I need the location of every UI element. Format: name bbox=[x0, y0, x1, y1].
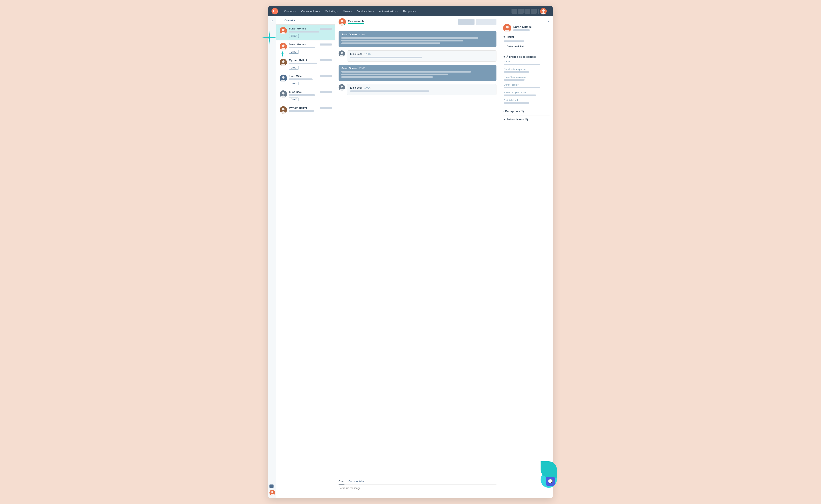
about-section-header[interactable]: ∨ À propos de ce contact bbox=[503, 55, 550, 58]
tab-chat[interactable]: Chat bbox=[339, 480, 344, 485]
chevron-down-icon: ∨ bbox=[503, 118, 505, 121]
conv-item[interactable]: Élise Beck CHAT bbox=[276, 88, 335, 104]
nav-item-conversations[interactable]: Conversations ▾ bbox=[299, 9, 322, 14]
message-group: Sarah Gomez 17h26 bbox=[339, 65, 496, 81]
msg-sender: Élise Beck bbox=[350, 53, 362, 55]
conv-name: Juan Miller bbox=[289, 75, 303, 78]
nav-dropdown-arrow[interactable]: ▾ bbox=[548, 10, 550, 13]
svg-point-12 bbox=[282, 45, 285, 47]
chat-action-btn-2[interactable] bbox=[476, 19, 496, 25]
nav-item-vente[interactable]: Vente ▾ bbox=[341, 9, 354, 14]
floating-chat-button[interactable]: 💬 bbox=[546, 477, 555, 486]
other-tickets-section-header[interactable]: ∨ Autres tickets (0) bbox=[503, 118, 550, 121]
chat-main: Responsable Sar bbox=[335, 16, 500, 498]
tab-comment[interactable]: Commentaire bbox=[349, 480, 364, 484]
chat-header-actions bbox=[458, 19, 496, 25]
nav-icon-btn-1[interactable] bbox=[511, 9, 517, 14]
conv-time bbox=[320, 28, 332, 30]
conv-time bbox=[320, 43, 332, 46]
deco-star-large bbox=[262, 30, 276, 45]
conv-item[interactable]: Myriam Halimi bbox=[276, 104, 335, 116]
chevron-down-icon: ▾ bbox=[295, 10, 296, 12]
conv-name: Myriam Halimi bbox=[289, 59, 307, 62]
msg-sender: Élise Beck bbox=[350, 86, 362, 89]
chevron-down-icon: ∨ bbox=[503, 55, 505, 58]
outer-wrapper: 💬 HS Contacts ▾ Conversations ▾ bbox=[268, 6, 553, 498]
svg-point-24 bbox=[282, 108, 285, 110]
msg-time: 17h26 bbox=[364, 87, 371, 89]
message-bubble: Sarah Gomez 17h24 bbox=[339, 31, 496, 47]
create-ticket-button[interactable]: Créer un ticket bbox=[504, 44, 526, 49]
section-label: Ticket bbox=[506, 35, 514, 38]
ticket-section-header[interactable]: ∨ Ticket bbox=[503, 35, 550, 38]
chat-action-btn-1[interactable] bbox=[458, 19, 475, 25]
avatar bbox=[280, 43, 287, 50]
user-avatar[interactable] bbox=[540, 8, 547, 14]
conv-name-row: Sarah Gomez bbox=[289, 43, 332, 46]
conv-name-row: Myriam Halimi bbox=[289, 59, 332, 62]
nav-item-automation[interactable]: Automatisation ▾ bbox=[377, 9, 400, 14]
other-tickets-section: ∨ Autres tickets (0) bbox=[503, 118, 550, 121]
conv-time bbox=[320, 107, 332, 109]
deco-star-small bbox=[279, 51, 286, 58]
conv-name-row: Élise Beck bbox=[289, 90, 332, 93]
nav-item-service[interactable]: Service client ▾ bbox=[355, 9, 376, 14]
message-group: Élise Beck 17h26 bbox=[339, 84, 496, 95]
chat-bubble-icon: 💬 bbox=[548, 479, 553, 484]
section-label: Autres tickets (0) bbox=[506, 118, 528, 121]
msg-header: Sarah Gomez 17h24 bbox=[341, 33, 494, 36]
nav-item-reports[interactable]: Rapports ▾ bbox=[401, 9, 418, 14]
conv-name: Sarah Gomez bbox=[289, 43, 306, 46]
msg-content-line bbox=[350, 57, 422, 58]
nav-item-marketing[interactable]: Marketing ▾ bbox=[323, 9, 340, 14]
message-bubble-wrap: Élise Beck 17h26 bbox=[347, 84, 496, 95]
conv-preview-line bbox=[289, 47, 315, 48]
msg-time: 17h26 bbox=[359, 67, 365, 70]
svg-point-33 bbox=[341, 86, 343, 88]
msg-content-line bbox=[341, 74, 448, 75]
conv-item[interactable]: Sarah Gomez CHAT bbox=[276, 25, 335, 40]
msg-header: Élise Beck 17h25 bbox=[350, 53, 493, 55]
main-layout: » Ouvert bbox=[268, 16, 553, 498]
conv-name-row: Juan Miller bbox=[289, 75, 332, 78]
message-group: Élise Beck 17h25 bbox=[339, 50, 496, 62]
msg-header: Sarah Gomez 17h26 bbox=[341, 67, 494, 70]
conv-content: Juan Miller CHAT bbox=[289, 75, 332, 85]
svg-point-18 bbox=[282, 76, 285, 79]
nav-item-contacts[interactable]: Contacts ▾ bbox=[282, 9, 298, 14]
chat-message-input[interactable] bbox=[339, 487, 496, 495]
conv-preview-line bbox=[289, 63, 317, 64]
status-filter-button[interactable]: Ouvert ▾ bbox=[285, 19, 295, 22]
field-value bbox=[504, 71, 529, 73]
chat-tabs: Chat Commentaire bbox=[339, 480, 496, 485]
msg-sender: Sarah Gomez bbox=[341, 33, 357, 36]
conv-preview-line bbox=[289, 110, 314, 112]
conv-item[interactable]: Myriam Halimi CHAT bbox=[276, 56, 335, 72]
conv-time bbox=[320, 91, 332, 93]
chevron-down-icon: ∨ bbox=[503, 35, 505, 38]
companies-section-header[interactable]: › Entreprises (1) bbox=[503, 110, 550, 113]
conv-content: Sarah Gomez CHAT bbox=[289, 27, 332, 38]
msg-sender: Sarah Gomez bbox=[341, 67, 357, 70]
message-bubble: Élise Beck 17h26 bbox=[347, 84, 496, 95]
svg-text:HS: HS bbox=[273, 10, 278, 13]
field-lead-status: Statut du lead bbox=[504, 99, 550, 104]
nav-icon-btn-4[interactable] bbox=[531, 9, 537, 14]
avatar bbox=[280, 59, 287, 66]
hubspot-logo[interactable]: HS bbox=[271, 8, 278, 14]
msg-time: 17h25 bbox=[364, 53, 371, 55]
msg-content-line bbox=[350, 90, 429, 92]
select-all-checkbox[interactable] bbox=[280, 19, 283, 22]
sidebar-collapse-button[interactable]: » bbox=[271, 19, 273, 22]
avatar bbox=[339, 84, 345, 91]
field-last-contact: Dernier contact bbox=[504, 84, 550, 88]
nav-icon-btn-3[interactable] bbox=[525, 9, 530, 14]
section-divider bbox=[503, 107, 550, 107]
conv-item[interactable]: Juan Miller CHAT bbox=[276, 72, 335, 88]
conv-time bbox=[320, 59, 332, 61]
nav-icon-btn-2[interactable] bbox=[518, 9, 524, 14]
right-panel-collapse-button[interactable]: » bbox=[548, 20, 550, 23]
sidebar-mini-avatar[interactable] bbox=[269, 490, 275, 495]
chevron-down-icon: ▾ bbox=[294, 19, 295, 22]
companies-section: › Entreprises (1) bbox=[503, 110, 550, 113]
